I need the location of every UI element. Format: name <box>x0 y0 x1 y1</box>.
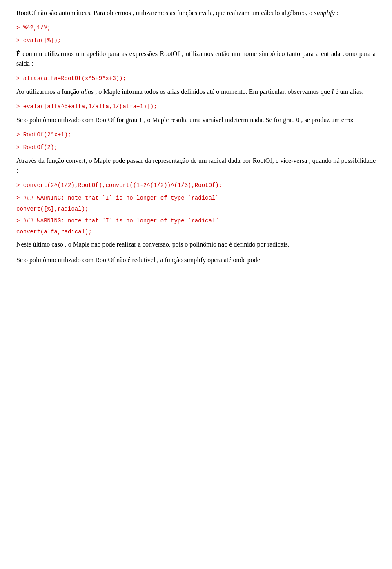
para3-end2-text: é um alias. <box>335 88 363 95</box>
para3-end: , o Maple informa todos os alias definid… <box>95 88 330 95</box>
para7-text: Se o polinômio utilizado com RootOf não … <box>16 256 260 263</box>
paragraph-7: Se o polinômio utilizado com RootOf não … <box>16 255 376 265</box>
warning-block-1-line2: convert([%],radical); <box>16 205 376 213</box>
code-block-4: > evala([alfa^5+alfa,1/alfa,1/(alfa+1)])… <box>16 102 376 111</box>
para4-text: Se o polinômio utilizado com RootOf for … <box>16 116 354 123</box>
para2-text: É comum utilizarmos um apelido para as e… <box>16 50 376 67</box>
code-section-5: > convert(2^(1/2),RootOf),convert((1-2^(… <box>16 181 376 190</box>
para3-italic2: I <box>332 88 334 95</box>
code-section-1: > %^2,1/%; > evala([%]); <box>16 24 376 45</box>
code-block-7: > convert(2^(1/2),RootOf),convert((1-2^(… <box>16 181 376 190</box>
paragraph-3: Ao utilizarmos a função alias , o Maple … <box>16 87 376 97</box>
code-block-1: > %^2,1/%; <box>16 24 376 32</box>
para1-text: RootOf não são automáticas. Para obtermo… <box>16 9 312 16</box>
para3-start: Ao utilizarmos a função <box>16 88 81 95</box>
paragraph-2: É comum utilizarmos um apelido para as e… <box>16 49 376 69</box>
para5-text: Através da função convert, o Maple pode … <box>16 157 376 174</box>
page-content: RootOf não são automáticas. Para obtermo… <box>16 8 376 265</box>
paragraph-6: Neste último caso , o Maple não pode rea… <box>16 240 376 249</box>
para1-italic: simplify <box>314 9 335 16</box>
paragraph-4: Se o polinômio utilizado com RootOf for … <box>16 115 376 125</box>
paragraph-1: RootOf não são automáticas. Para obtermo… <box>16 8 376 18</box>
code-block-2: > evala([%]); <box>16 36 376 45</box>
warning-section-1: > ### WARNING: note that `I` is no longe… <box>16 194 376 213</box>
warning-block-2-line1: > ### WARNING: note that `I` is no longe… <box>16 217 376 225</box>
warning-block-1-line1: > ### WARNING: note that `I` is no longe… <box>16 194 376 202</box>
para1-end: : <box>336 9 338 16</box>
para3-italic: alias <box>81 88 94 95</box>
warning-section-2: > ### WARNING: note that `I` is no longe… <box>16 217 376 236</box>
code-block-6: > RootOf(2); <box>16 143 376 152</box>
code-block-3: > alias(alfa=RootOf(x^5+9*x+3)); <box>16 74 376 83</box>
warning-block-2-line2: convert(alfa,radical); <box>16 228 376 236</box>
paragraph-5: Através da função convert, o Maple pode … <box>16 156 376 176</box>
code-section-4: > RootOf(2*x+1); > RootOf(2); <box>16 131 376 152</box>
code-section-3: > evala([alfa^5+alfa,1/alfa,1/(alfa+1)])… <box>16 102 376 111</box>
code-section-2: > alias(alfa=RootOf(x^5+9*x+3)); <box>16 74 376 83</box>
para6-text: Neste último caso , o Maple não pode rea… <box>16 241 290 248</box>
code-block-5: > RootOf(2*x+1); <box>16 131 376 139</box>
